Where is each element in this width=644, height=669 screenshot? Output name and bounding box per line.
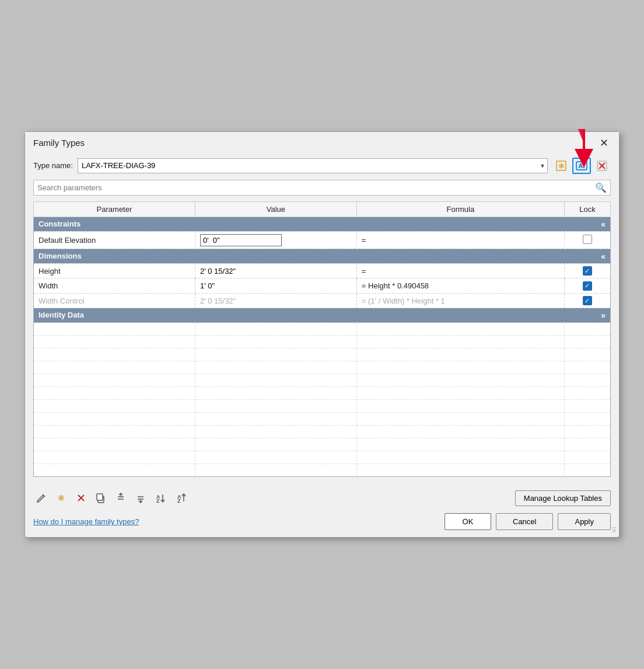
move-up-button[interactable] — [113, 490, 129, 506]
col-formula: Formula — [356, 201, 564, 217]
rename-type-button[interactable]: AI — [572, 158, 591, 174]
section-dimensions: Dimensions « — [34, 249, 611, 263]
svg-rect-15 — [97, 494, 103, 500]
sort-za-up-button[interactable]: A Z — [173, 490, 191, 506]
delete-type-button[interactable] — [593, 158, 611, 174]
new-type-button[interactable]: ❋ — [552, 158, 570, 174]
footer-row: How do I manage family types? OK Cancel … — [25, 510, 619, 537]
dialog-title: Family Types — [33, 138, 85, 148]
svg-text:Z: Z — [177, 498, 181, 503]
search-row: 🔍 — [33, 180, 611, 196]
lock-checkbox-width[interactable]: ✓ — [583, 281, 592, 291]
empty-row — [34, 426, 611, 438]
value-input-default-elevation[interactable] — [200, 234, 282, 246]
param-height: Height — [34, 263, 195, 278]
lock-height[interactable]: ✓ — [564, 263, 610, 278]
col-lock: Lock — [564, 201, 610, 217]
param-width: Width — [34, 278, 195, 294]
table-header: Parameter Value Formula Lock — [34, 201, 611, 217]
delete-param-button[interactable] — [73, 490, 89, 506]
empty-row — [34, 464, 611, 477]
svg-text:❋: ❋ — [58, 493, 65, 503]
empty-row — [34, 361, 611, 374]
empty-row — [34, 374, 611, 387]
type-toolbar-icons: ❋ AI — [552, 158, 611, 174]
search-icon: 🔍 — [595, 182, 607, 193]
value-width: 1' 0" — [195, 278, 356, 294]
type-name-row: Type name: LAFX-TREE-DIAG-39 ❋ — [33, 158, 611, 174]
identity-toggle[interactable]: » — [601, 311, 606, 320]
close-button[interactable]: ✕ — [597, 138, 611, 148]
empty-row — [34, 438, 611, 451]
bottom-toolbar: ❋ — [25, 484, 619, 510]
col-value: Value — [195, 201, 356, 217]
empty-row — [34, 413, 611, 426]
cancel-button[interactable]: Cancel — [496, 513, 553, 530]
manage-lookup-button[interactable]: Manage Lookup Tables — [515, 490, 611, 506]
table-row: Width Control 2' 0 15/32" = (1' / Width)… — [34, 293, 611, 308]
section-constraints-label: Constraints — [38, 219, 80, 228]
lock-width[interactable]: ✓ — [564, 278, 610, 294]
title-bar: Family Types ✕ — [25, 132, 619, 153]
footer-buttons: OK Cancel Apply — [444, 513, 611, 530]
parameters-table: Parameter Value Formula Lock Constraints… — [33, 201, 611, 478]
lock-checkbox-height[interactable]: ✓ — [583, 266, 592, 276]
value-default-elevation[interactable] — [195, 231, 356, 249]
param-width-control: Width Control — [34, 293, 195, 308]
table-row: Default Elevation = — [34, 231, 611, 249]
section-identity-label: Identity Data — [38, 311, 84, 319]
formula-width-control: = (1' / Width) * Height * 1 — [356, 293, 564, 308]
svg-text:AI: AI — [579, 162, 585, 169]
search-input[interactable] — [37, 183, 595, 192]
svg-text:Z: Z — [156, 498, 160, 503]
table-row: Height 2' 0 15/32" = ✓ — [34, 263, 611, 278]
empty-row — [34, 336, 611, 349]
help-link[interactable]: How do I manage family types? — [33, 517, 139, 526]
formula-width: = Height * 0.490458 — [356, 278, 564, 294]
sort-az-down-button[interactable]: A Z — [152, 490, 170, 506]
section-constraints: Constraints « — [34, 217, 611, 231]
formula-default-elevation: = — [356, 231, 564, 249]
lock-checkbox-width-control[interactable]: ✓ — [583, 296, 592, 305]
empty-row — [34, 323, 611, 336]
value-width-control: 2' 0 15/32" — [195, 293, 356, 308]
empty-row — [34, 400, 611, 413]
section-identity-data: Identity Data » — [34, 308, 611, 323]
value-height: 2' 0 15/32" — [195, 263, 356, 278]
dimensions-toggle[interactable]: « — [601, 252, 606, 261]
col-parameter: Parameter — [34, 201, 195, 217]
empty-row — [34, 387, 611, 400]
section-dimensions-label: Dimensions — [38, 252, 82, 260]
svg-text:❋: ❋ — [558, 162, 565, 170]
new-param-button[interactable]: ❋ — [53, 490, 69, 506]
lock-width-control[interactable]: ✓ — [564, 293, 610, 308]
type-name-select[interactable]: LAFX-TREE-DIAG-39 — [78, 158, 548, 173]
lock-default-elevation[interactable] — [564, 231, 610, 249]
ok-button[interactable]: OK — [444, 513, 491, 530]
copy-param-button[interactable] — [93, 490, 109, 506]
lock-checkbox-empty[interactable] — [583, 235, 592, 244]
empty-row — [34, 349, 611, 361]
move-down-button[interactable] — [132, 490, 149, 506]
apply-button[interactable]: Apply — [558, 513, 611, 530]
edit-button[interactable] — [33, 490, 50, 506]
table-row: Width 1' 0" = Height * 0.490458 ✓ — [34, 278, 611, 294]
param-default-elevation: Default Elevation — [34, 231, 195, 249]
formula-height: = — [356, 263, 564, 278]
type-name-select-wrapper: LAFX-TREE-DIAG-39 — [78, 158, 548, 173]
family-types-dialog: Family Types ✕ Type name: LAFX-TREE-DIAG… — [24, 131, 620, 538]
type-name-label: Type name: — [33, 161, 73, 170]
empty-row — [34, 451, 611, 464]
resize-handle[interactable]: ⠿ — [611, 527, 617, 535]
constraints-toggle[interactable]: « — [601, 219, 606, 229]
